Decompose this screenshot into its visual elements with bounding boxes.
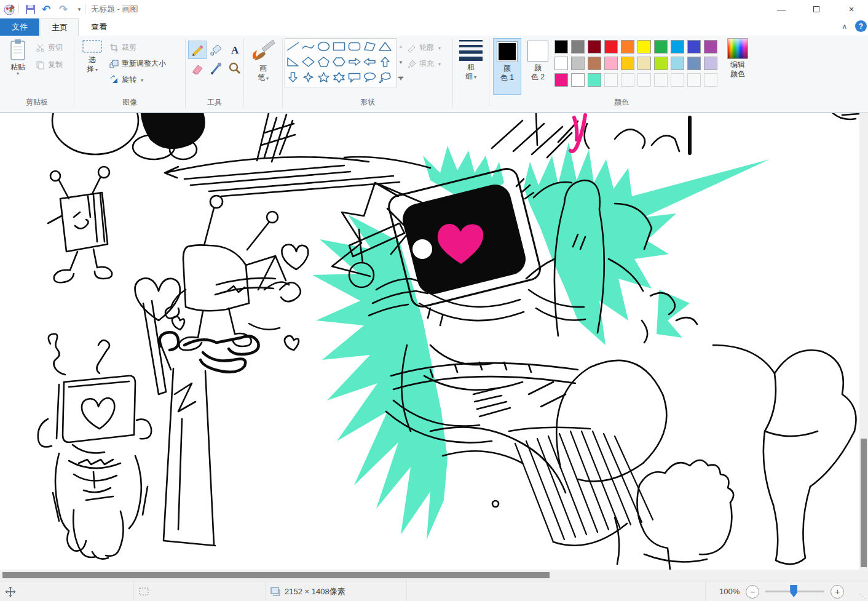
minimize-button[interactable]: —: [764, 0, 799, 18]
palette-swatch-empty[interactable]: [704, 73, 717, 87]
palette-swatch-A349A4[interactable]: [704, 40, 717, 54]
select-button[interactable]: 选 择: [79, 38, 106, 94]
line-size-icon: [459, 38, 483, 62]
tab-home[interactable]: 主页: [41, 18, 79, 36]
up-arrow-shape[interactable]: [377, 54, 393, 70]
shapes-more-icon[interactable]: ▬▼: [397, 70, 405, 86]
fill-icon: [407, 59, 416, 68]
resize-grip[interactable]: ⋱: [859, 592, 867, 600]
color1-button[interactable]: 颜 色 1: [493, 38, 521, 95]
palette-swatch-7F7F7F[interactable]: [571, 40, 585, 54]
eraser-tool[interactable]: [188, 59, 207, 78]
four-point-star-shape[interactable]: [301, 70, 316, 85]
close-button[interactable]: ×: [834, 0, 868, 18]
vertical-scrollbar[interactable]: [859, 113, 868, 570]
horizontal-scrollbar-thumb[interactable]: [2, 572, 550, 578]
palette-swatch-FFFFFF[interactable]: [554, 57, 568, 70]
shapes-scroll-down-icon[interactable]: ▼: [397, 54, 405, 70]
shapes-group-label: 形状: [283, 97, 452, 108]
pencil-tool[interactable]: [188, 41, 207, 59]
rounded-rectangle-shape[interactable]: [347, 39, 362, 54]
vertical-scrollbar-thumb[interactable]: [861, 439, 867, 567]
pencil-icon: [191, 43, 204, 57]
right-arrow-shape[interactable]: [347, 54, 362, 70]
palette-swatch-B5E61D[interactable]: [654, 57, 668, 70]
brushes-button[interactable]: 画 笔: [247, 38, 279, 94]
palette-swatch-22B14C[interactable]: [654, 40, 668, 54]
curve-shape[interactable]: [301, 39, 316, 54]
undo-icon[interactable]: ↶: [39, 2, 53, 16]
palette-swatch-880015[interactable]: [588, 40, 601, 54]
resize-button[interactable]: 重新调整大小: [109, 57, 166, 70]
oval-shape[interactable]: [316, 39, 331, 54]
down-arrow-shape[interactable]: [285, 70, 301, 85]
color-picker-tool[interactable]: [207, 59, 225, 78]
palette-swatch-empty[interactable]: [687, 73, 701, 87]
edit-colors-button[interactable]: 编辑 颜色: [722, 38, 754, 94]
cloud-callout-shape[interactable]: [377, 70, 393, 85]
rotate-button[interactable]: 旋转: [109, 73, 143, 86]
line-size-button[interactable]: 粗 细: [456, 38, 486, 94]
palette-swatch-empty[interactable]: [654, 73, 668, 87]
palette-swatch-empty[interactable]: [671, 73, 684, 87]
palette-swatch-empty[interactable]: [604, 73, 618, 87]
rounded-callout-shape[interactable]: [347, 70, 362, 85]
cloud-callout-icon: [378, 71, 392, 83]
right-triangle-shape[interactable]: [285, 54, 301, 70]
hexagon-shape[interactable]: [331, 54, 347, 70]
palette-swatch-5FE8C8[interactable]: [588, 73, 601, 87]
five-point-star-shape[interactable]: [316, 70, 331, 85]
palette-swatch-FFAEC9[interactable]: [604, 57, 618, 70]
palette-swatch-000000[interactable]: [554, 40, 568, 54]
palette-swatch-ED1C24[interactable]: [604, 40, 618, 54]
palette-swatch-empty[interactable]: [637, 73, 651, 87]
palette-swatch-empty[interactable]: [621, 73, 634, 87]
zoom-out-button[interactable]: −: [746, 585, 759, 599]
palette-swatch-FF7F27[interactable]: [621, 40, 634, 54]
left-arrow-shape[interactable]: [362, 54, 377, 70]
line-shape[interactable]: [285, 39, 301, 54]
tab-file[interactable]: 文件: [0, 18, 39, 36]
magnifier-tool[interactable]: [225, 59, 243, 78]
palette-swatch-FFFFFF[interactable]: [571, 73, 585, 87]
palette-swatch-C3C3C3[interactable]: [571, 57, 585, 70]
tab-view[interactable]: 查看: [80, 18, 118, 36]
triangle-shape[interactable]: [377, 39, 393, 54]
rectangle-icon: [332, 41, 346, 52]
zoom-slider-thumb[interactable]: [790, 585, 797, 597]
six-point-star-shape[interactable]: [331, 70, 347, 85]
cursor-position-icon: [5, 586, 16, 597]
diamond-shape[interactable]: [301, 54, 316, 70]
shapes-scroll-up-icon[interactable]: ▲: [397, 38, 405, 54]
palette-swatch-EFE4B0[interactable]: [637, 57, 651, 70]
help-icon[interactable]: ?: [855, 20, 867, 32]
color2-button[interactable]: 颜 色 2: [524, 38, 552, 95]
text-tool[interactable]: A: [225, 41, 243, 59]
palette-swatch-B97A57[interactable]: [588, 57, 601, 70]
palette-swatch-3F48CC[interactable]: [687, 40, 701, 54]
palette-swatch-C8BFE7[interactable]: [704, 57, 717, 70]
oval-callout-shape[interactable]: [362, 70, 377, 85]
drawing-canvas[interactable]: [0, 113, 859, 570]
pentagon-shape[interactable]: [316, 54, 331, 70]
save-icon[interactable]: [23, 2, 37, 16]
canvas-drawing: [0, 113, 859, 570]
palette-swatch-FFC90E[interactable]: [621, 57, 634, 70]
zoom-slider[interactable]: [765, 591, 824, 592]
rectangle-shape[interactable]: [331, 39, 347, 54]
polygon-shape[interactable]: [362, 39, 377, 54]
palette-swatch-ED1886[interactable]: [554, 73, 568, 87]
paste-button[interactable]: 粘贴 ▾: [5, 38, 31, 94]
horizontal-scrollbar[interactable]: [0, 570, 868, 581]
palette-swatch-FFF200[interactable]: [637, 40, 651, 54]
fill-with-color-tool[interactable]: [207, 41, 225, 59]
palette-swatch-00A2E8[interactable]: [671, 40, 684, 54]
copy-button: 复制: [36, 58, 63, 71]
maximize-button[interactable]: [799, 0, 834, 18]
customize-qat-icon[interactable]: ▾: [73, 2, 86, 16]
palette-swatch-7092BE[interactable]: [687, 57, 701, 70]
redo-icon[interactable]: ↷: [57, 2, 70, 16]
palette-swatch-99D9EA[interactable]: [671, 57, 684, 70]
zoom-in-button[interactable]: +: [831, 585, 844, 599]
collapse-ribbon-icon[interactable]: ∧: [838, 20, 851, 33]
